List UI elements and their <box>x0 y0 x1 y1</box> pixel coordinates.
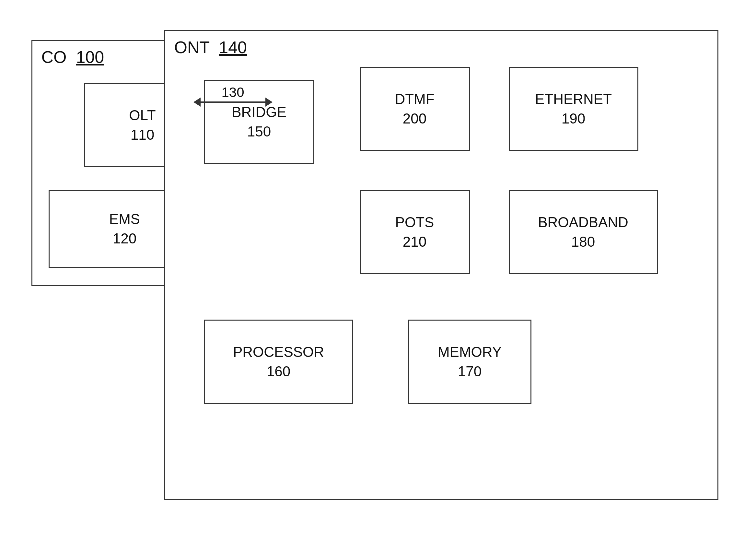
arrow-label: 130 <box>221 85 244 100</box>
memory-box: MEMORY 170 <box>408 320 531 404</box>
dtmf-label: DTMF <box>395 91 434 107</box>
ethernet-label: ETHERNET <box>535 91 612 107</box>
broadband-box: BROADBAND 180 <box>509 190 658 274</box>
arrow-right-head <box>265 97 272 107</box>
olt-label: OLT <box>129 107 156 124</box>
ont-text: ONT <box>174 38 209 57</box>
co-text: CO <box>41 48 67 67</box>
bridge-box: BRIDGE 150 <box>204 80 314 164</box>
dtmf-ref: 200 <box>403 110 426 127</box>
ems-ref: 120 <box>113 230 137 247</box>
olt-bridge-arrow: 130 <box>193 97 272 107</box>
ont-label: ONT 140 <box>174 37 247 57</box>
pots-label: POTS <box>395 214 434 230</box>
memory-label: MEMORY <box>438 344 502 360</box>
arrow-line: 130 <box>200 101 265 103</box>
olt-ref: 110 <box>131 127 154 143</box>
memory-ref: 170 <box>458 364 482 380</box>
processor-label: PROCESSOR <box>233 344 324 360</box>
arrow-left-head <box>193 97 200 107</box>
ethernet-ref: 190 <box>562 110 585 127</box>
ont-ref: 140 <box>219 38 247 57</box>
processor-ref: 160 <box>267 364 290 380</box>
dtmf-box: DTMF 200 <box>360 67 470 151</box>
co-label: CO 100 <box>41 47 104 67</box>
bridge-ref: 150 <box>247 124 271 140</box>
processor-box: PROCESSOR 160 <box>204 320 353 404</box>
ethernet-box: ETHERNET 190 <box>509 67 639 151</box>
co-ref: 100 <box>76 48 104 67</box>
broadband-label: BROADBAND <box>538 214 628 230</box>
pots-box: POTS 210 <box>360 190 470 274</box>
ems-label: EMS <box>109 211 140 227</box>
pots-ref: 210 <box>403 234 426 250</box>
broadband-ref: 180 <box>571 234 595 250</box>
diagram: CO 100 OLT 110 EMS 120 ONT 140 BRIDGE 15… <box>22 20 735 533</box>
